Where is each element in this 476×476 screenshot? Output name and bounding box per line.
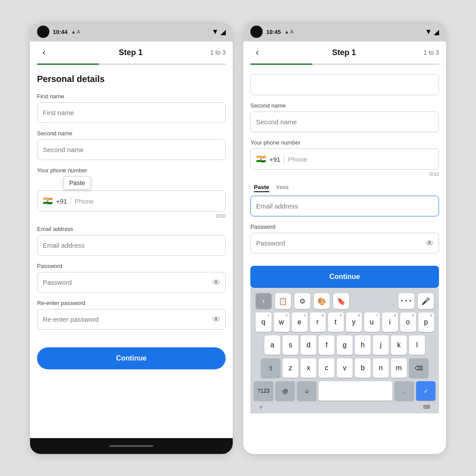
key-w[interactable]: 2w bbox=[274, 312, 290, 332]
key-y[interactable]: 6y bbox=[346, 312, 362, 332]
left-status-left: 10:44 ▲ A bbox=[37, 26, 80, 38]
paste-button[interactable]: Paste bbox=[254, 184, 269, 192]
key-n[interactable]: n bbox=[373, 358, 389, 378]
keyboard-icon[interactable]: ⌨ bbox=[423, 404, 430, 410]
email-input[interactable] bbox=[37, 235, 226, 256]
kb-clipboard-button[interactable]: 📋 bbox=[275, 293, 291, 309]
emoji-key[interactable]: ☺ bbox=[297, 381, 316, 401]
right-wifi-icon: ▼ bbox=[425, 28, 432, 36]
left-nav-title: Step 1 bbox=[119, 48, 142, 57]
kb-mic-button[interactable]: 🎤 bbox=[418, 293, 434, 309]
left-section-title: Personal details bbox=[37, 74, 226, 84]
key-v[interactable]: v bbox=[337, 358, 353, 378]
password-eye-icon[interactable]: 👁 bbox=[212, 278, 220, 287]
second-name-label: Second name bbox=[37, 130, 226, 137]
email-label: Email address bbox=[37, 226, 226, 232]
key-u[interactable]: 7u bbox=[364, 312, 380, 332]
right-password-eye-icon[interactable]: 👁 bbox=[426, 238, 434, 248]
key-i[interactable]: 8i bbox=[382, 312, 398, 332]
kb-bookmark-button[interactable]: 🔖 bbox=[333, 293, 349, 309]
right-phone-placeholder: Phone bbox=[288, 156, 307, 163]
re-password-wrap: 👁 bbox=[37, 309, 226, 330]
kb-gear-button[interactable]: ⚙ bbox=[294, 293, 310, 309]
send-key[interactable]: ✓ bbox=[416, 381, 435, 401]
key-a[interactable]: a bbox=[264, 335, 280, 355]
re-password-input[interactable] bbox=[37, 309, 226, 330]
right-phone-frame: 10:45 ▲ A ▼ ◢ ‹ Step 1 1 to 3 Second nam… bbox=[243, 22, 446, 454]
kb-palette-button[interactable]: 🎨 bbox=[314, 293, 330, 309]
keyboard-toolbar: ‹ 📋 ⚙ 🎨 🔖 • • • 🎤 bbox=[252, 291, 437, 312]
left-status-icons: ▲ A bbox=[71, 29, 80, 34]
space-key[interactable] bbox=[319, 381, 392, 401]
key-q[interactable]: 1q bbox=[256, 312, 271, 332]
iress-button[interactable]: Iress bbox=[276, 184, 289, 192]
key-x[interactable]: x bbox=[301, 358, 316, 378]
password-label: Password bbox=[37, 263, 226, 269]
right-flag-emoji: 🇮🇳 bbox=[256, 154, 266, 164]
period-key[interactable]: . bbox=[394, 381, 414, 401]
key-l[interactable]: l bbox=[409, 335, 425, 355]
delete-key[interactable]: ⌫ bbox=[409, 358, 428, 378]
kb-back-button[interactable]: ‹ bbox=[256, 293, 271, 309]
key-g[interactable]: g bbox=[337, 335, 353, 355]
num-key[interactable]: ?123 bbox=[254, 381, 273, 401]
right-email-input[interactable] bbox=[250, 196, 439, 216]
left-progress-fill bbox=[37, 63, 99, 65]
right-progress-bar bbox=[250, 63, 439, 65]
second-name-input[interactable] bbox=[37, 139, 226, 160]
key-t[interactable]: 5t bbox=[328, 312, 344, 332]
left-signal-icons: ▼ ◢ bbox=[212, 28, 226, 36]
kb-more-button[interactable]: • • • bbox=[398, 293, 414, 309]
left-home-indicator bbox=[109, 445, 153, 447]
right-phone-input-wrap[interactable]: 🇮🇳 +91 Phone bbox=[250, 149, 439, 170]
key-c[interactable]: c bbox=[319, 358, 335, 378]
first-name-group: First name bbox=[37, 93, 226, 123]
left-back-button[interactable]: ‹ bbox=[37, 47, 51, 58]
right-country-code: +91 bbox=[269, 156, 280, 163]
key-z[interactable]: z bbox=[283, 358, 298, 378]
collapse-arrow[interactable]: ∨ bbox=[259, 404, 263, 410]
left-progress-bar bbox=[37, 63, 226, 65]
right-continue-button[interactable]: Continue bbox=[250, 266, 439, 288]
key-p[interactable]: 0p bbox=[418, 312, 434, 332]
keyboard-row-4: ?123 @ ☺ . ✓ bbox=[252, 381, 437, 401]
right-status-circle bbox=[250, 26, 263, 38]
left-bottom-bar bbox=[30, 438, 233, 454]
right-time: 10:45 bbox=[266, 29, 281, 35]
right-status-left: 10:45 ▲ A bbox=[250, 26, 294, 38]
right-second-name-input[interactable] bbox=[250, 112, 439, 132]
password-input[interactable] bbox=[37, 272, 226, 293]
key-h[interactable]: h bbox=[355, 335, 371, 355]
right-partial-field bbox=[250, 74, 439, 95]
key-e[interactable]: 3e bbox=[292, 312, 308, 332]
key-r[interactable]: 4r bbox=[310, 312, 326, 332]
right-back-button[interactable]: ‹ bbox=[250, 47, 264, 58]
phone-char-count: 0/10 bbox=[37, 213, 226, 219]
left-nav-step: 1 to 3 bbox=[210, 49, 226, 56]
at-key[interactable]: @ bbox=[275, 381, 295, 401]
key-s[interactable]: s bbox=[283, 335, 298, 355]
key-o[interactable]: 9o bbox=[400, 312, 416, 332]
flag-emoji: 🇮🇳 bbox=[43, 196, 52, 206]
password-wrap: 👁 bbox=[37, 272, 226, 293]
right-email-group bbox=[250, 196, 439, 216]
shift-key[interactable]: ⇧ bbox=[261, 358, 280, 378]
re-password-label: Re-enter password bbox=[37, 300, 226, 306]
country-code: +91 bbox=[56, 197, 67, 205]
key-k[interactable]: k bbox=[391, 335, 407, 355]
first-name-input[interactable] bbox=[37, 102, 226, 123]
key-d[interactable]: d bbox=[301, 335, 316, 355]
left-continue-button[interactable]: Continue bbox=[37, 347, 226, 369]
key-f[interactable]: f bbox=[319, 335, 335, 355]
key-m[interactable]: m bbox=[391, 358, 407, 378]
key-j[interactable]: j bbox=[373, 335, 389, 355]
right-nav-title: Step 1 bbox=[332, 48, 356, 57]
right-password-wrap: 👁 bbox=[250, 233, 439, 253]
paste-tooltip[interactable]: Paste bbox=[63, 176, 91, 190]
key-b[interactable]: b bbox=[355, 358, 371, 378]
right-second-name-group: Second name bbox=[250, 102, 439, 132]
re-password-eye-icon[interactable]: 👁 bbox=[212, 315, 220, 324]
left-wifi-icon: ▼ bbox=[212, 28, 219, 36]
right-password-input[interactable] bbox=[250, 233, 439, 253]
phone-input-wrap[interactable]: 🇮🇳 +91 Phone bbox=[37, 190, 226, 212]
